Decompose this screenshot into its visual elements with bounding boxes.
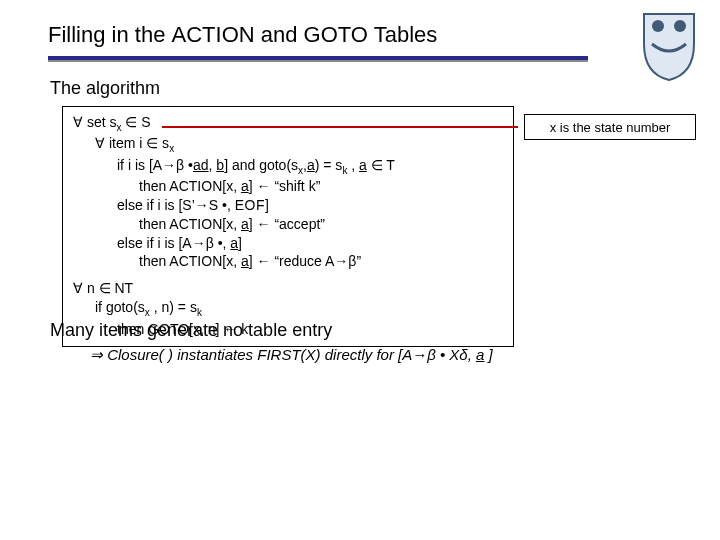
footer2-pre: Closure( ) instantiates FIRST(X) directl… <box>103 346 476 363</box>
callout-box: x is the state number <box>524 114 696 140</box>
algo-line-then-reduce: then ACTION[x, a] ← “reduce A→β” <box>139 252 503 271</box>
t: ] ← “accept” <box>249 216 325 232</box>
t: ] <box>265 197 269 213</box>
t: then ACTION[x, <box>139 216 241 232</box>
title-text-post: Tables <box>368 22 437 47</box>
callout-connector-line <box>162 126 518 128</box>
algo-line-then-accept: then ACTION[x, a] ← “accept” <box>139 215 503 234</box>
title-word-action: ACTION <box>172 22 255 47</box>
title-text-pre: Filling in the <box>48 22 172 47</box>
t: ∀ n ∈ NT <box>73 280 133 296</box>
t: then ACTION[x, <box>139 178 241 194</box>
implies-icon: ⇒ <box>90 346 103 363</box>
page-title: Filling in the ACTION and GOTO Tables <box>48 22 437 48</box>
t: ad <box>193 157 209 173</box>
t: a <box>241 178 249 194</box>
callout-text: x is the state number <box>550 120 671 135</box>
t: a <box>230 235 238 251</box>
t: ) = s <box>315 157 343 173</box>
t: EOF <box>235 197 265 213</box>
svg-point-0 <box>652 20 664 32</box>
algorithm-box: ∀ set sx ∈ S ∀ item i ∈ sx if i is [A→β … <box>62 106 514 347</box>
algo-line-forall-set: ∀ set sx ∈ S <box>73 113 503 134</box>
footer-line-2: ⇒ Closure( ) instantiates FIRST(X) direc… <box>90 346 493 364</box>
subheading: The algorithm <box>50 78 160 99</box>
title-underline <box>48 56 588 62</box>
t: ∀ item i ∈ s <box>95 135 169 151</box>
t: then ACTION[x, <box>139 253 241 269</box>
t: a <box>307 157 315 173</box>
footer2-post: ] <box>484 346 492 363</box>
algo-line-if-shift: if i is [A→β •ad, b] and goto(sx,a) = sk… <box>117 156 503 177</box>
spacer <box>73 271 503 279</box>
t: x <box>169 143 174 154</box>
t: , n) = s <box>150 299 197 315</box>
t: b <box>216 157 224 173</box>
t: ∈ S <box>121 114 150 130</box>
algo-line-then-shift: then ACTION[x, a] ← “shift k” <box>139 177 503 196</box>
t: ∀ set s <box>73 114 116 130</box>
t: if i is [A→β • <box>117 157 193 173</box>
t: a <box>241 216 249 232</box>
slide: Filling in the ACTION and GOTO Tables Th… <box>0 0 720 540</box>
t: ∈ T <box>367 157 395 173</box>
t: , <box>347 157 359 173</box>
algo-line-forall-nt: ∀ n ∈ NT <box>73 279 503 298</box>
t: ] and goto(s <box>224 157 298 173</box>
t: a <box>359 157 367 173</box>
title-text-mid: and <box>255 22 304 47</box>
t: k <box>197 307 202 318</box>
algo-line-elseif-accept: else if i is [S’→S •, EOF] <box>117 196 503 215</box>
svg-point-1 <box>674 20 686 32</box>
algo-line-elseif-reduce: else if i is [A→β •, a] <box>117 234 503 253</box>
t: if goto(s <box>95 299 145 315</box>
t: else if i is [S’→S •, <box>117 197 235 213</box>
title-word-goto: GOTO <box>304 22 368 47</box>
t: a <box>241 253 249 269</box>
t: ] ← “reduce A→β” <box>249 253 361 269</box>
t: else if i is [A→β •, <box>117 235 230 251</box>
t: ] <box>238 235 242 251</box>
footer-line-1: Many items generate no table entry <box>50 320 332 341</box>
crest-icon <box>640 10 698 82</box>
algo-line-forall-item: ∀ item i ∈ sx <box>95 134 503 155</box>
t: ] ← “shift k” <box>249 178 321 194</box>
algo-line-if-goto: if goto(sx , n) = sk <box>95 298 503 319</box>
